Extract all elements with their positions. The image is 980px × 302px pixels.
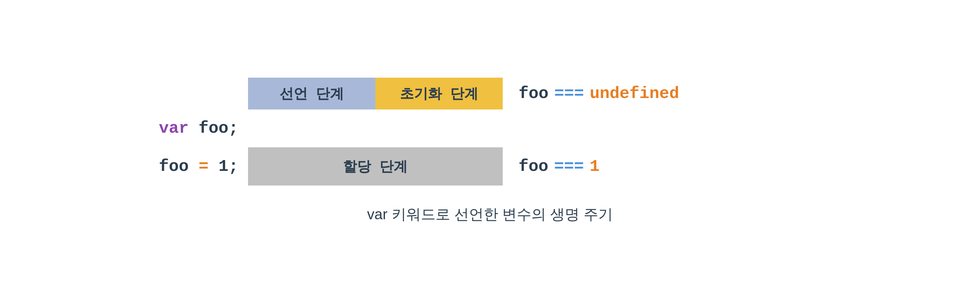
init-phase-bar: 초기화 단계 (375, 78, 503, 110)
result-value-1: undefined (590, 84, 679, 103)
code-line-1: var foo; (159, 119, 239, 138)
code-rest-1: foo; (189, 119, 239, 138)
triple-eq-1: === (554, 84, 584, 103)
assign-eq: = (189, 157, 208, 176)
phase-bars-group: 선언 단계 초기화 단계 (248, 78, 503, 110)
main-diagram: 선언 단계 초기화 단계 foo === undefined var foo; … (140, 78, 840, 224)
code-line-2-container: foo = 1; (140, 157, 248, 176)
caption-row: var 키워드로 선언한 변수의 생명 주기 (367, 205, 613, 224)
assignment-label: 할당 단계 (343, 157, 407, 176)
declaration-phase-bar: 선언 단계 (248, 78, 375, 110)
result-var-name-2: foo (519, 157, 549, 176)
caption: var 키워드로 선언한 변수의 생명 주기 (367, 206, 613, 223)
result-value-2: 1 (590, 157, 600, 176)
assign-var-name: foo (159, 157, 189, 176)
phases-row: 선언 단계 초기화 단계 foo === undefined (140, 78, 840, 110)
assignment-row: foo = 1; 할당 단계 foo === 1 (140, 147, 840, 186)
right-label-row1: foo === undefined (519, 84, 679, 103)
init-label: 초기화 단계 (400, 84, 478, 103)
code-line-1-row: var foo; (140, 119, 840, 138)
assignment-phase-bar: 할당 단계 (248, 147, 503, 186)
assign-semi: ; (228, 157, 238, 176)
declaration-label: 선언 단계 (280, 84, 344, 103)
code-line-2: foo = 1; (159, 157, 239, 176)
right-label-row2: foo === 1 (519, 157, 600, 176)
triple-eq-2: === (554, 157, 584, 176)
assign-value: 1 (208, 157, 228, 176)
keyword-var: var (159, 119, 189, 138)
result-var-name-1: foo (519, 84, 549, 103)
